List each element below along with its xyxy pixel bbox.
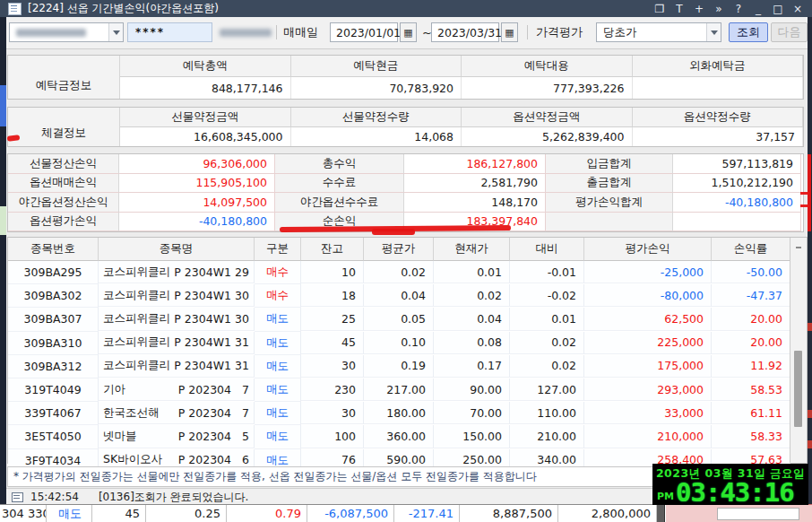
account-masked-text [16, 29, 86, 37]
vertical-scrollbar[interactable] [790, 238, 807, 463]
cell-side: 매수 [255, 261, 301, 284]
titlebar-icons: ❐T+»?_□× [652, 3, 805, 15]
positions-body: 309BA295코스피위클리P 2304W129매수100.020.01-0.0… [8, 261, 790, 473]
cell-value: 70,783,920 [291, 77, 462, 99]
table-row[interactable]: 3E5T4050넷마블P 2023045매도100360.00150.00210… [8, 425, 790, 448]
window-title: [2224] 선옵 기간별손익(야간옵션포함) [28, 1, 219, 16]
column-header: 예탁총액 [120, 56, 291, 77]
table-row[interactable]: 319T4049기아P 2023047매도230217.0090.00127.0… [8, 378, 790, 402]
cascade-windows-icon[interactable]: ❐ [652, 3, 667, 15]
table-row[interactable]: 309BA302코스피위클리P 2304W130매수180.040.02-0.0… [8, 284, 790, 308]
cell-side: 매수 [255, 284, 301, 308]
summary-label: 옵션매매손익 [8, 174, 119, 194]
cell-qty: 30 [301, 355, 364, 378]
cell-pnl: 293,000 [584, 378, 712, 401]
cell-qty: 10 [301, 261, 364, 283]
cell-diff: 0.02 [510, 355, 584, 378]
cell-diff: -0.02 [510, 284, 584, 307]
red-marker-tick [800, 192, 809, 195]
cell-rate: 20.00 [712, 332, 790, 354]
message-icon [12, 492, 23, 502]
calendar-icon[interactable]: ▦ [400, 22, 417, 42]
cell-qty: 100 [301, 425, 364, 448]
table-row[interactable]: 309BA295코스피위클리P 2304W129매수100.020.01-0.0… [8, 261, 790, 284]
deposit-info-section: 예탁금정보 예탁총액예탁현금예탁대용외화예탁금 848,177,14670,78… [7, 55, 804, 100]
password-field[interactable]: **** [127, 22, 212, 42]
cell-code: 309BA307 [8, 308, 99, 331]
maximize-icon[interactable]: □ [771, 3, 785, 15]
cell-pnl: 225,000 [584, 332, 712, 354]
cell-value [633, 77, 804, 99]
minimize-icon[interactable]: _ [751, 3, 765, 15]
price-eval-select[interactable]: 당초가 [596, 22, 721, 42]
background-cell: 2,800,000 [558, 505, 657, 522]
cell-pnl: 175,000 [584, 355, 712, 378]
instrument-name: 코스피위클리 [103, 311, 171, 326]
background-cell: 0.79 [227, 505, 307, 522]
cell-cur-price: 70.00 [434, 402, 510, 424]
instrument-name: 코스피위클리 [103, 335, 171, 350]
query-button[interactable]: 조회 [729, 22, 768, 42]
column-header: 평균가 [364, 238, 434, 261]
background-cell: -217.41 [394, 505, 460, 522]
status-message: [0136]조회가 완료되었습니다. [99, 490, 249, 505]
title-bar[interactable]: [2224] 선옵 기간별손익(야간옵션포함) ❐T+»?_□× [0, 0, 812, 17]
cell-rate: 58.33 [712, 425, 790, 448]
add-window-icon[interactable]: + [692, 3, 706, 15]
summary-label: 야간옵션수수료 [275, 193, 404, 213]
help-icon[interactable]: ? [731, 3, 746, 15]
scrollbar-tick [796, 247, 801, 248]
clock-ampm: PM [657, 491, 674, 502]
column-header: 종목번호 [8, 238, 99, 261]
date-to-input[interactable]: 2023/03/31 [431, 22, 499, 42]
table-row[interactable]: 309BA307코스피위클리P 2304W130매도250.050.040.01… [8, 308, 790, 331]
cell-pnl: 62,500 [584, 308, 712, 330]
cell-name: 기아P 2023047 [99, 378, 255, 401]
summary-value: 2,581,790 [404, 174, 546, 194]
cell-code: 309BA295 [8, 261, 99, 284]
calendar-icon[interactable]: ▦ [501, 22, 518, 42]
app-window: [2224] 선옵 기간별손익(야간옵션포함) ❐T+»?_□× **** 매매… [0, 0, 812, 522]
table-row[interactable]: 309BA310코스피위클리P 2304W131매도450.100.080.02… [8, 332, 790, 355]
cell-name: 코스피위클리P 2304W129 [99, 261, 255, 283]
cell-avg-price: 217.00 [364, 378, 434, 401]
account-select[interactable] [9, 22, 124, 42]
summary-label: 총수익 [275, 154, 404, 174]
cell-code: 339T4067 [8, 402, 99, 425]
cell-code: 319T4049 [8, 378, 99, 402]
font-size-icon[interactable]: T [672, 3, 687, 15]
date-from-input[interactable]: 2023/01/01 [330, 22, 398, 42]
positions-table: 종목번호종목명구분잔고평균가현재가대비평가손익손익률 309BA295코스피위클… [7, 237, 808, 464]
cell-code: 309BA302 [8, 284, 99, 308]
cell-cur-price: 0.17 [434, 355, 510, 378]
cell-code: 309BA312 [8, 355, 99, 378]
cell-diff: 110.00 [510, 402, 584, 424]
instrument-strike: 7 [234, 406, 249, 420]
summary-label: 선물정산손익 [8, 154, 119, 174]
clock-overlay: 2023년 03월 31일 금요일 PM 03:43:16 [652, 464, 808, 505]
instrument-name: 코스피위클리 [103, 288, 171, 303]
table-row[interactable]: 309BA312코스피위클리P 2304W131매도300.190.170.02… [8, 355, 790, 378]
background-green-segment [0, 206, 6, 235]
cell-side: 매도 [255, 402, 301, 425]
instrument-series: P 202304 [178, 406, 231, 420]
table-row[interactable]: 339T4067한국조선해P 2023047매도30180.0070.00110… [8, 402, 790, 425]
chevron-down-icon[interactable] [108, 23, 123, 41]
close-icon[interactable]: × [790, 3, 805, 15]
summary-label: 입금합계 [546, 154, 673, 174]
cell-qty: 18 [301, 284, 364, 307]
column-header: 손익률 [712, 238, 790, 261]
cell-diff: 0.01 [510, 308, 584, 330]
column-header: 옵션약정금액 [462, 108, 633, 127]
cell-side: 매도 [255, 378, 301, 402]
summary-value: 14,097,500 [119, 193, 275, 213]
cell-name: 코스피위클리P 2304W130 [99, 308, 255, 330]
scrollbar-thumb[interactable] [794, 351, 802, 427]
cell-value: 5,262,839,400 [462, 127, 633, 146]
cell-cur-price: 0.08 [434, 332, 510, 354]
chevron-down-icon[interactable] [706, 23, 721, 41]
more-tools-icon[interactable]: » [712, 3, 726, 15]
summary-value: 96,306,000 [119, 154, 275, 174]
instrument-strike: 31 [234, 335, 249, 349]
background-cell: 매도 [47, 505, 92, 522]
